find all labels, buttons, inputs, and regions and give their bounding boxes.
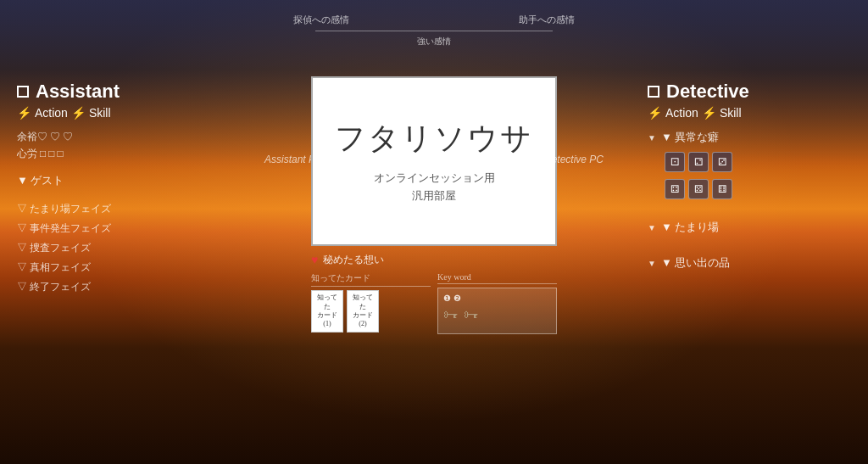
bottom-center: ♥ 秘めたる想い 知ってたカード 知ってた カード (1) 知ってた カード (… xyxy=(311,253,557,334)
subtitle-line1: オンラインセッション用 xyxy=(374,171,495,184)
detective-pc-text: Detective PC xyxy=(544,154,604,165)
detective-header: Detective xyxy=(648,81,749,103)
assistant-name: Assistant xyxy=(36,81,120,103)
main-content: 探偵への感情 助手への感情 強い感情 Assistant ⚡ Action ⚡ … xyxy=(0,0,868,464)
main-card-subtitle: オンラインセッション用 汎用部屋 xyxy=(374,170,495,205)
secret-feelings: ♥ 秘めたる想い xyxy=(311,253,557,267)
phase-item-3[interactable]: ▽ 捜査フェイズ xyxy=(17,241,220,255)
key-icon-1: 🗝 xyxy=(443,306,459,324)
subtitle-line2: 汎用部屋 xyxy=(412,189,456,202)
assistant-header: Assistant xyxy=(17,81,220,103)
hangout-header: ▼ ▼ たまり場 xyxy=(648,220,851,235)
affection-labels: 探偵への感情 助手への感情 xyxy=(293,14,575,26)
triangle-icon-3: ▼ xyxy=(648,259,656,268)
triangle-icon-2: ▼ xyxy=(648,223,656,232)
main-card-title: フタリソウサ xyxy=(335,118,533,159)
phase-item-2[interactable]: ▽ 事件発生フェイズ xyxy=(17,221,220,236)
die-2[interactable]: ⚁ xyxy=(688,152,709,172)
assistant-stat-2: 心労 □ □ □ xyxy=(17,147,220,161)
left-panel: Assistant ⚡ Action ⚡ Skill 余裕♡ ♡ ♡ 心労 □ … xyxy=(17,30,220,464)
detective-action-skill: ⚡ Action ⚡ Skill xyxy=(648,106,742,120)
mini-card-1[interactable]: 知ってた カード (1) xyxy=(311,290,343,333)
quirk-header: ▼ ▼ 異常な癖 xyxy=(648,130,851,145)
left-affection-label: 探偵への感情 xyxy=(293,14,349,26)
assistant-action-label: Action xyxy=(35,106,68,120)
cards-keywords-row: 知ってたカード 知ってた カード (1) 知ってた カード (2) Key wo… xyxy=(311,272,557,334)
lightning-icon-3: ⚡ xyxy=(648,106,662,120)
detective-name: Detective xyxy=(666,81,749,103)
card2-text: 知ってた カード (2) xyxy=(350,293,376,329)
mini-card-2[interactable]: 知ってた カード (2) xyxy=(347,290,379,333)
detective-section-hangout: ▼ ▼ たまり場 xyxy=(648,220,851,242)
card1-text: 知ってた カード (1) xyxy=(314,293,340,329)
assistant-checkbox[interactable] xyxy=(17,86,29,98)
lightning-icon-2: ⚡ xyxy=(71,106,86,120)
keyword-icons: 🗝 🗝 xyxy=(443,306,551,324)
lightning-icon-4: ⚡ xyxy=(702,106,716,120)
dice-grid-row2: ⚃ ⚄ ⚅ xyxy=(665,179,851,199)
main-layout: Assistant ⚡ Action ⚡ Skill 余裕♡ ♡ ♡ 心労 □ … xyxy=(0,30,868,464)
right-panel: Detective ⚡ Action ⚡ Skill ▼ ▼ 異常な癖 ⚀ ⚁ … xyxy=(648,30,851,464)
die-6[interactable]: ⚅ xyxy=(712,179,732,199)
memento-header: ▼ ▼ 思い出の品 xyxy=(648,255,851,271)
phase-item-1[interactable]: ▽ たまり場フェイズ xyxy=(17,202,220,216)
right-affection-label: 助手への感情 xyxy=(519,14,575,26)
hangout-label: ▼ たまり場 xyxy=(661,220,719,235)
key-icon-2: 🗝 xyxy=(464,306,479,324)
assistant-skill-label: Skill xyxy=(89,106,111,120)
center-panel: Assistant PC フタリソウサ オンラインセッション用 汎用部屋 Det… xyxy=(220,30,648,464)
card-items: 知ってた カード (1) 知ってた カード (2) xyxy=(311,290,431,333)
phase-list: ▽ たまり場フェイズ ▽ 事件発生フェイズ ▽ 捜査フェイズ ▽ 真相フェイズ … xyxy=(17,202,220,294)
keyword-section-label: Key word xyxy=(437,272,557,284)
triangle-icon-1: ▼ xyxy=(648,133,656,143)
die-4[interactable]: ⚃ xyxy=(665,179,685,199)
top-bar: 探偵への感情 助手への感情 強い感情 xyxy=(0,0,868,30)
cards-section-label: 知ってたカード xyxy=(311,272,431,287)
guest-label: ▼ ゲスト xyxy=(17,173,220,188)
detective-pc-label: Detective PC xyxy=(544,153,604,167)
memento-label: ▼ 思い出の品 xyxy=(661,255,730,271)
die-1[interactable]: ⚀ xyxy=(665,152,685,172)
die-5[interactable]: ⚄ xyxy=(688,179,709,199)
phase-item-5[interactable]: ▽ 終了フェイズ xyxy=(17,280,220,294)
detective-section-memento: ▼ ▼ 思い出の品 xyxy=(648,255,851,277)
detective-skill-label: Skill xyxy=(720,106,742,120)
main-card: フタリソウサ オンラインセッション用 汎用部屋 xyxy=(311,76,557,246)
cards-section: 知ってたカード 知ってた カード (1) 知ってた カード (2) xyxy=(311,272,431,334)
keyword-numbers: ❶ ❷ xyxy=(443,293,551,303)
assistant-stat-1: 余裕♡ ♡ ♡ xyxy=(17,130,220,144)
detective-checkbox[interactable] xyxy=(648,86,659,98)
secret-feelings-label: 秘めたる想い xyxy=(323,253,384,267)
quirk-label: ▼ 異常な癖 xyxy=(661,130,719,145)
dice-grid-row1: ⚀ ⚁ ⚂ xyxy=(665,152,851,172)
keyword-box: ❶ ❷ 🗝 🗝 xyxy=(437,288,557,334)
heart-icon: ♥ xyxy=(311,254,318,267)
detective-section-quirk: ▼ ▼ 異常な癖 ⚀ ⚁ ⚂ ⚃ ⚄ ⚅ xyxy=(648,130,851,206)
die-3[interactable]: ⚂ xyxy=(712,152,732,172)
phase-item-4[interactable]: ▽ 真相フェイズ xyxy=(17,260,220,275)
keyword-section: Key word ❶ ❷ 🗝 🗝 xyxy=(437,272,557,334)
assistant-action-skill: ⚡ Action ⚡ Skill xyxy=(17,106,220,120)
detective-action-label: Action xyxy=(665,106,698,120)
lightning-icon-1: ⚡ xyxy=(17,106,31,120)
